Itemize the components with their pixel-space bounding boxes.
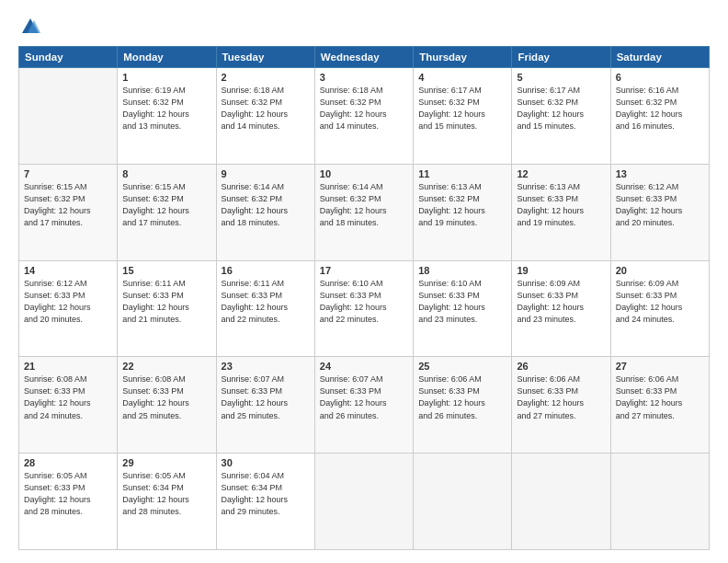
day-info: Sunrise: 6:10 AM Sunset: 6:33 PM Dayligh… bbox=[320, 278, 408, 326]
table-row: 4Sunrise: 6:17 AM Sunset: 6:32 PM Daylig… bbox=[414, 68, 512, 165]
day-info: Sunrise: 6:05 AM Sunset: 6:33 PM Dayligh… bbox=[24, 470, 112, 518]
day-info: Sunrise: 6:06 AM Sunset: 6:33 PM Dayligh… bbox=[517, 373, 605, 421]
day-number: 2 bbox=[222, 72, 310, 83]
day-info: Sunrise: 6:07 AM Sunset: 6:33 PM Dayligh… bbox=[222, 373, 310, 421]
day-info: Sunrise: 6:08 AM Sunset: 6:33 PM Dayligh… bbox=[122, 373, 210, 421]
calendar-row: 28Sunrise: 6:05 AM Sunset: 6:33 PM Dayli… bbox=[19, 454, 710, 550]
day-number: 5 bbox=[517, 72, 605, 83]
day-number: 10 bbox=[320, 168, 408, 179]
table-row: 6Sunrise: 6:16 AM Sunset: 6:32 PM Daylig… bbox=[610, 68, 709, 165]
day-number: 3 bbox=[320, 72, 408, 83]
table-row bbox=[414, 454, 512, 550]
day-number: 30 bbox=[222, 457, 310, 468]
table-row: 17Sunrise: 6:10 AM Sunset: 6:33 PM Dayli… bbox=[314, 260, 413, 357]
day-number: 20 bbox=[616, 265, 704, 276]
day-info: Sunrise: 6:18 AM Sunset: 6:32 PM Dayligh… bbox=[222, 85, 310, 132]
header bbox=[18, 17, 710, 37]
day-number: 11 bbox=[418, 168, 506, 179]
table-row: 20Sunrise: 6:09 AM Sunset: 6:33 PM Dayli… bbox=[610, 260, 709, 357]
day-info: Sunrise: 6:13 AM Sunset: 6:33 PM Dayligh… bbox=[517, 181, 605, 229]
table-row: 23Sunrise: 6:07 AM Sunset: 6:33 PM Dayli… bbox=[216, 357, 314, 454]
table-row: 12Sunrise: 6:13 AM Sunset: 6:33 PM Dayli… bbox=[512, 164, 610, 260]
logo-icon bbox=[20, 17, 40, 37]
header-row: Sunday Monday Tuesday Wednesday Thursday… bbox=[19, 47, 710, 68]
day-info: Sunrise: 6:06 AM Sunset: 6:33 PM Dayligh… bbox=[616, 373, 704, 421]
table-row: 7Sunrise: 6:15 AM Sunset: 6:32 PM Daylig… bbox=[19, 164, 118, 260]
col-monday: Monday bbox=[118, 47, 216, 68]
col-saturday: Saturday bbox=[610, 47, 709, 68]
day-number: 25 bbox=[418, 361, 506, 372]
table-row: 21Sunrise: 6:08 AM Sunset: 6:33 PM Dayli… bbox=[19, 357, 118, 454]
table-row: 18Sunrise: 6:10 AM Sunset: 6:33 PM Dayli… bbox=[414, 260, 512, 357]
table-row bbox=[19, 68, 118, 165]
day-info: Sunrise: 6:15 AM Sunset: 6:32 PM Dayligh… bbox=[24, 181, 112, 229]
day-info: Sunrise: 6:19 AM Sunset: 6:32 PM Dayligh… bbox=[122, 85, 210, 132]
day-info: Sunrise: 6:11 AM Sunset: 6:33 PM Dayligh… bbox=[122, 278, 210, 326]
day-info: Sunrise: 6:17 AM Sunset: 6:32 PM Dayligh… bbox=[517, 85, 605, 132]
day-number: 23 bbox=[222, 361, 310, 372]
day-number: 22 bbox=[122, 361, 210, 372]
day-info: Sunrise: 6:09 AM Sunset: 6:33 PM Dayligh… bbox=[616, 278, 704, 326]
day-number: 13 bbox=[616, 168, 704, 179]
table-row bbox=[512, 454, 610, 550]
col-tuesday: Tuesday bbox=[216, 47, 314, 68]
page: Sunday Monday Tuesday Wednesday Thursday… bbox=[0, 0, 728, 563]
table-row: 5Sunrise: 6:17 AM Sunset: 6:32 PM Daylig… bbox=[512, 68, 610, 165]
table-row: 9Sunrise: 6:14 AM Sunset: 6:32 PM Daylig… bbox=[216, 164, 314, 260]
day-info: Sunrise: 6:04 AM Sunset: 6:34 PM Dayligh… bbox=[222, 470, 310, 518]
day-info: Sunrise: 6:17 AM Sunset: 6:32 PM Dayligh… bbox=[418, 85, 506, 132]
col-sunday: Sunday bbox=[19, 47, 118, 68]
col-wednesday: Wednesday bbox=[314, 47, 413, 68]
calendar-row: 21Sunrise: 6:08 AM Sunset: 6:33 PM Dayli… bbox=[19, 357, 710, 454]
table-row: 14Sunrise: 6:12 AM Sunset: 6:33 PM Dayli… bbox=[19, 260, 118, 357]
day-info: Sunrise: 6:16 AM Sunset: 6:32 PM Dayligh… bbox=[616, 85, 704, 132]
table-row: 29Sunrise: 6:05 AM Sunset: 6:34 PM Dayli… bbox=[118, 454, 216, 550]
day-info: Sunrise: 6:15 AM Sunset: 6:32 PM Dayligh… bbox=[122, 181, 210, 229]
col-friday: Friday bbox=[512, 47, 610, 68]
day-info: Sunrise: 6:11 AM Sunset: 6:33 PM Dayligh… bbox=[222, 278, 310, 326]
day-number: 6 bbox=[616, 72, 704, 83]
day-info: Sunrise: 6:13 AM Sunset: 6:32 PM Dayligh… bbox=[418, 181, 506, 229]
table-row: 22Sunrise: 6:08 AM Sunset: 6:33 PM Dayli… bbox=[118, 357, 216, 454]
calendar-row: 7Sunrise: 6:15 AM Sunset: 6:32 PM Daylig… bbox=[19, 164, 710, 260]
day-number: 27 bbox=[616, 361, 704, 372]
day-info: Sunrise: 6:08 AM Sunset: 6:33 PM Dayligh… bbox=[24, 373, 112, 421]
day-info: Sunrise: 6:18 AM Sunset: 6:32 PM Dayligh… bbox=[320, 85, 408, 132]
day-number: 1 bbox=[122, 72, 210, 83]
day-number: 16 bbox=[222, 265, 310, 276]
table-row bbox=[314, 454, 413, 550]
table-row: 11Sunrise: 6:13 AM Sunset: 6:32 PM Dayli… bbox=[414, 164, 512, 260]
day-number: 24 bbox=[320, 361, 408, 372]
day-info: Sunrise: 6:14 AM Sunset: 6:32 PM Dayligh… bbox=[320, 181, 408, 229]
table-row: 3Sunrise: 6:18 AM Sunset: 6:32 PM Daylig… bbox=[314, 68, 413, 165]
day-info: Sunrise: 6:10 AM Sunset: 6:33 PM Dayligh… bbox=[418, 278, 506, 326]
day-info: Sunrise: 6:09 AM Sunset: 6:33 PM Dayligh… bbox=[517, 278, 605, 326]
table-row: 28Sunrise: 6:05 AM Sunset: 6:33 PM Dayli… bbox=[19, 454, 118, 550]
table-row: 26Sunrise: 6:06 AM Sunset: 6:33 PM Dayli… bbox=[512, 357, 610, 454]
day-number: 21 bbox=[24, 361, 112, 372]
table-row: 27Sunrise: 6:06 AM Sunset: 6:33 PM Dayli… bbox=[610, 357, 709, 454]
day-number: 26 bbox=[517, 361, 605, 372]
table-row: 8Sunrise: 6:15 AM Sunset: 6:32 PM Daylig… bbox=[118, 164, 216, 260]
day-number: 12 bbox=[517, 168, 605, 179]
table-row: 19Sunrise: 6:09 AM Sunset: 6:33 PM Dayli… bbox=[512, 260, 610, 357]
day-number: 18 bbox=[418, 265, 506, 276]
day-number: 15 bbox=[122, 265, 210, 276]
day-info: Sunrise: 6:12 AM Sunset: 6:33 PM Dayligh… bbox=[24, 278, 112, 326]
day-info: Sunrise: 6:12 AM Sunset: 6:33 PM Dayligh… bbox=[616, 181, 704, 229]
day-number: 4 bbox=[418, 72, 506, 83]
table-row: 15Sunrise: 6:11 AM Sunset: 6:33 PM Dayli… bbox=[118, 260, 216, 357]
table-row bbox=[610, 454, 709, 550]
day-number: 8 bbox=[122, 168, 210, 179]
day-info: Sunrise: 6:14 AM Sunset: 6:32 PM Dayligh… bbox=[222, 181, 310, 229]
table-row: 30Sunrise: 6:04 AM Sunset: 6:34 PM Dayli… bbox=[216, 454, 314, 550]
calendar-row: 14Sunrise: 6:12 AM Sunset: 6:33 PM Dayli… bbox=[19, 260, 710, 357]
calendar-row: 1Sunrise: 6:19 AM Sunset: 6:32 PM Daylig… bbox=[19, 68, 710, 165]
calendar-table: Sunday Monday Tuesday Wednesday Thursday… bbox=[18, 46, 710, 550]
day-info: Sunrise: 6:05 AM Sunset: 6:34 PM Dayligh… bbox=[122, 470, 210, 518]
day-info: Sunrise: 6:07 AM Sunset: 6:33 PM Dayligh… bbox=[320, 373, 408, 421]
day-info: Sunrise: 6:06 AM Sunset: 6:33 PM Dayligh… bbox=[418, 373, 506, 421]
day-number: 14 bbox=[24, 265, 112, 276]
col-thursday: Thursday bbox=[414, 47, 512, 68]
table-row: 24Sunrise: 6:07 AM Sunset: 6:33 PM Dayli… bbox=[314, 357, 413, 454]
